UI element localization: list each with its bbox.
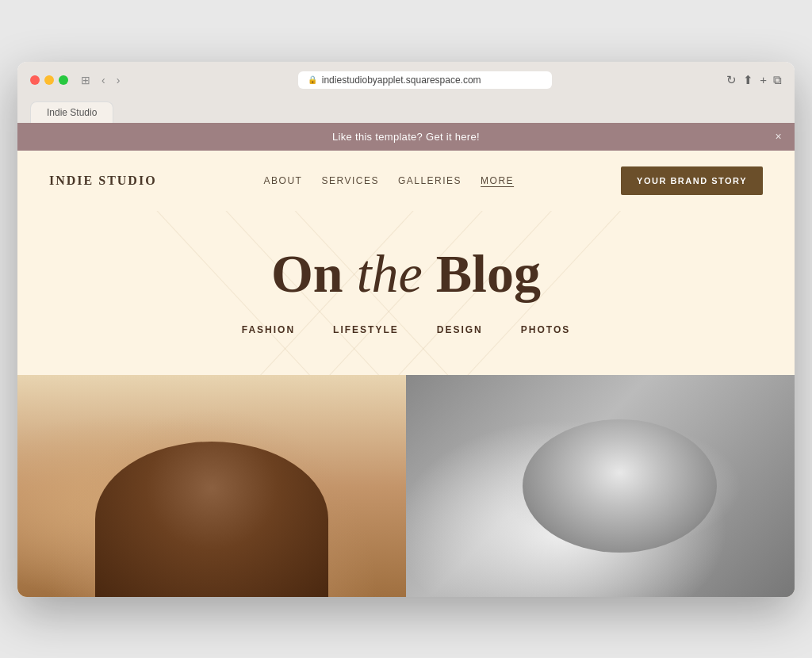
hero-title: On the Blog xyxy=(49,243,763,305)
category-lifestyle[interactable]: LIFESTYLE xyxy=(333,324,399,335)
tab-grid-icon[interactable]: ⊞ xyxy=(78,72,94,88)
url-text: indiestudiobyapplet.squarespace.com xyxy=(322,75,481,86)
nav-services[interactable]: SERVICES xyxy=(321,175,378,186)
category-fashion[interactable]: FASHION xyxy=(242,324,295,335)
browser-tab-bar: Indie Studio xyxy=(30,101,782,123)
banner-text: Like this template? Get it here! xyxy=(332,131,480,143)
hero-title-prefix: On xyxy=(271,243,357,304)
banner-close-button[interactable]: × xyxy=(776,130,782,143)
traffic-lights xyxy=(30,75,68,85)
browser-window: ⊞ ‹ › 🔒 indiestudiobyapplet.squarespace.… xyxy=(17,62,795,597)
nav-more[interactable]: MORE xyxy=(481,175,514,186)
lock-icon: 🔒 xyxy=(308,75,317,84)
minimize-button[interactable] xyxy=(44,75,54,85)
site-logo[interactable]: INDIE STUDIO xyxy=(49,174,157,188)
share-icon[interactable]: ⬆ xyxy=(743,73,753,87)
blog-categories: FASHION LIFESTYLE DESIGN PHOTOS xyxy=(49,324,763,335)
nav-about[interactable]: ABOUT xyxy=(264,175,303,186)
new-tab-icon[interactable]: + xyxy=(760,73,767,87)
bw-photo xyxy=(406,375,795,597)
refresh-icon[interactable]: ↻ xyxy=(726,73,737,87)
category-design[interactable]: DESIGN xyxy=(437,324,483,335)
browser-chrome: ⊞ ‹ › 🔒 indiestudiobyapplet.squarespace.… xyxy=(17,62,795,123)
maximize-button[interactable] xyxy=(59,75,68,85)
warm-photo xyxy=(17,375,406,597)
blog-post-image-left[interactable] xyxy=(17,375,406,597)
duplicate-icon[interactable]: ⧉ xyxy=(773,73,782,87)
blog-post-image-right[interactable] xyxy=(406,375,795,597)
address-bar-container: 🔒 indiestudiobyapplet.squarespace.com xyxy=(132,71,717,89)
forward-icon[interactable]: › xyxy=(113,72,124,88)
browser-controls: ⊞ ‹ › xyxy=(78,72,123,88)
blog-posts-grid xyxy=(17,375,795,597)
image-grid xyxy=(17,375,795,597)
nav-galleries[interactable]: GALLERIES xyxy=(398,175,462,186)
close-button[interactable] xyxy=(30,75,40,85)
cta-button[interactable]: YOUR BRAND STORY xyxy=(621,166,763,195)
announcement-banner: Like this template? Get it here! × xyxy=(17,123,795,151)
browser-actions: ↻ ⬆ + ⧉ xyxy=(726,73,782,87)
address-bar[interactable]: 🔒 indiestudiobyapplet.squarespace.com xyxy=(298,71,552,89)
hero-title-italic: the xyxy=(357,243,423,304)
back-icon[interactable]: ‹ xyxy=(98,72,109,88)
browser-tab[interactable]: Indie Studio xyxy=(30,101,113,123)
hero-title-suffix: Blog xyxy=(423,243,541,304)
browser-top-bar: ⊞ ‹ › 🔒 indiestudiobyapplet.squarespace.… xyxy=(30,71,782,95)
hero-section: On the Blog FASHION LIFESTYLE DESIGN PHO… xyxy=(17,211,795,375)
category-photos[interactable]: PHOTOS xyxy=(521,324,570,335)
website-content: Like this template? Get it here! × INDIE… xyxy=(17,123,795,597)
nav-links: ABOUT SERVICES GALLERIES MORE xyxy=(264,175,515,186)
main-navigation: INDIE STUDIO ABOUT SERVICES GALLERIES MO… xyxy=(17,151,795,211)
